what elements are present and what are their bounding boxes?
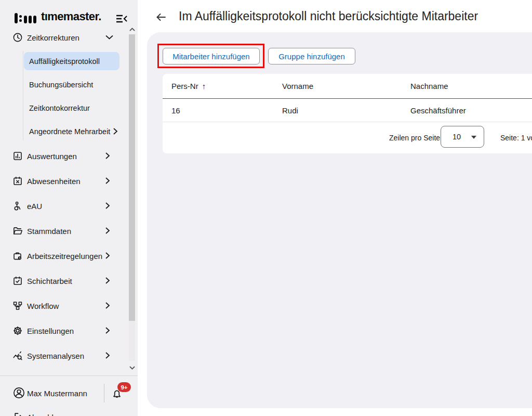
back-button[interactable] (154, 10, 168, 24)
logo-text: tımemaster. (41, 10, 101, 23)
chevron-right-icon (105, 327, 111, 334)
chevron-right-icon (105, 352, 111, 359)
sidebar-item-label: Angeordnete Mehrarbeit (29, 127, 110, 136)
rows-per-page-label: Zeilen pro Seite (389, 134, 440, 142)
user-name[interactable]: Max Mustermann (27, 389, 87, 398)
sidebar-item-label: Buchungsübersicht (29, 81, 93, 89)
rows-per-page-value: 10 (453, 133, 461, 141)
sidebar-item-label: Workflow (27, 302, 59, 310)
sidebar-item-label: Systemanalysen (27, 352, 84, 360)
column-header-nachname[interactable]: Nachname (410, 82, 532, 90)
page-title: Im Auffälligkeitsprotokoll nicht berücks… (179, 9, 478, 23)
gear-icon (12, 326, 23, 336)
chevron-right-icon (105, 177, 111, 185)
sidebar-item-zeitkontokorrektur[interactable]: Zeitkontokorrektur (24, 99, 119, 117)
sidebar-item-label: Stammdaten (27, 227, 71, 236)
sidebar-item-abwesenheiten[interactable]: Abwesenheiten (0, 173, 129, 189)
sidebar-item-label: Auswertungen (27, 152, 77, 161)
scroll-down-icon[interactable] (127, 363, 137, 372)
timemaster-logo-icon (15, 13, 38, 23)
pagination-bar: Zeilen pro Seite 10 Seite: 1 vo (163, 122, 532, 153)
bar-chart-icon (12, 151, 23, 161)
sidebar-item-label: Zeitkontokorrektur (29, 104, 90, 112)
dropdown-caret-icon (471, 136, 476, 139)
rows-per-page-select[interactable]: 10 (441, 126, 484, 148)
column-header-vorname[interactable]: Vorname (282, 82, 410, 90)
sidebar-footer-divider (0, 375, 138, 376)
sidebar-collapse-icon[interactable] (114, 12, 129, 25)
sidebar-footer: Max Mustermann 9+ (0, 384, 138, 402)
sidebar-item-label: Abmelden (27, 413, 62, 416)
footer-divider (104, 384, 104, 402)
sidebar-item-label: Zeitkorrekturen (27, 33, 79, 42)
sidebar: tımemaster. Zeitkorrekturen Auffälligkei… (0, 0, 138, 416)
chevron-right-icon (105, 252, 111, 259)
sidebar-item-schichtarbeit[interactable]: Schichtarbeit (0, 272, 129, 289)
sidebar-item-arbeitszeitregelungen[interactable]: Arbeitszeitregelungen (0, 248, 129, 264)
employee-table: Pers-Nr ↑ Vorname Nachname 16 Rudi Gesch… (163, 74, 532, 153)
add-employee-button[interactable]: Mitarbeiter hinzufügen (163, 48, 260, 64)
column-header-pers-nr[interactable]: Pers-Nr ↑ (171, 82, 282, 90)
sidebar-item-auffaelligkeitsprotokoll[interactable]: Auffälligkeitsprotokoll (24, 52, 119, 70)
chevron-right-icon (105, 277, 111, 284)
cell-nachname: Geschäftsführer (410, 106, 532, 115)
logout-icon (13, 412, 23, 416)
sidebar-item-einstellungen[interactable]: Einstellungen (0, 322, 129, 339)
sidebar-item-label: Schichtarbeit (27, 277, 72, 285)
user-avatar-icon[interactable] (13, 387, 25, 399)
sidebar-item-auswertungen[interactable]: Auswertungen (0, 148, 129, 164)
notification-badge[interactable]: 9+ (117, 382, 131, 392)
chevron-right-icon (105, 152, 111, 160)
sidebar-item-zeitkorrekturen[interactable]: Zeitkorrekturen (0, 29, 129, 46)
scroll-up-icon[interactable] (127, 24, 137, 34)
add-group-button[interactable]: Gruppe hinzufügen (268, 48, 355, 64)
page-info: Seite: 1 vo (500, 134, 532, 142)
sidebar-item-label: eAU (27, 202, 42, 211)
sidebar-item-systemanalysen[interactable]: Systemanalysen (0, 347, 129, 364)
table-row: 16 Rudi Geschäftsführer (163, 99, 532, 122)
calendar-check-icon (12, 276, 23, 286)
sidebar-item-stammdaten[interactable]: Stammdaten (0, 223, 129, 239)
chevron-right-icon (105, 227, 111, 235)
chevron-right-icon (105, 202, 111, 210)
sidebar-item-angeordnete-mehrarbeit[interactable]: Angeordnete Mehrarbeit (24, 122, 127, 140)
person-wheelchair-icon (12, 201, 23, 211)
logo: tımemaster. (0, 5, 138, 24)
cell-vorname: Rudi (282, 106, 410, 115)
sidebar-item-workflow[interactable]: Workflow (0, 297, 129, 314)
sidebar-item-label: Arbeitszeitregelungen (27, 252, 102, 261)
chevron-down-icon (105, 35, 113, 40)
sidebar-item-label: Abwesenheiten (27, 177, 81, 186)
table-header-row: Pers-Nr ↑ Vorname Nachname (163, 74, 532, 99)
sidebar-item-label: Auffälligkeitsprotokoll (29, 57, 100, 66)
briefcase-clock-icon (12, 251, 23, 261)
sidebar-scrollbar-thumb[interactable] (129, 34, 135, 321)
chevron-right-icon (113, 128, 118, 135)
sidebar-item-eau[interactable]: eAU (0, 198, 129, 214)
chevron-right-icon (105, 302, 111, 309)
sidebar-item-label: Einstellungen (27, 327, 74, 335)
sidebar-item-abmelden[interactable]: Abmelden (0, 409, 138, 416)
calendar-x-icon (12, 176, 23, 186)
clock-icon (12, 32, 23, 43)
nav-indent-guide (23, 51, 23, 140)
chart-search-icon (12, 350, 23, 361)
content-card: Mitarbeiter hinzufügen Gruppe hinzufügen… (147, 32, 532, 408)
sidebar-item-buchungsuebersicht[interactable]: Buchungsübersicht (24, 75, 119, 94)
folder-open-icon (12, 226, 23, 236)
sort-ascending-icon: ↑ (202, 82, 206, 90)
cell-pers-nr: 16 (171, 106, 282, 115)
workflow-icon (12, 301, 23, 311)
column-label: Pers-Nr (171, 82, 198, 90)
